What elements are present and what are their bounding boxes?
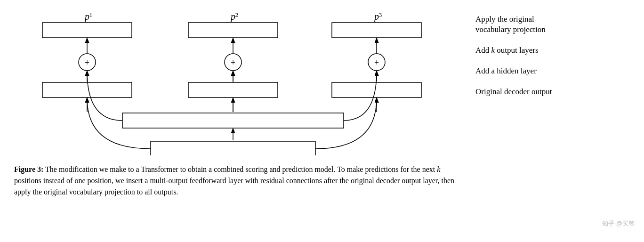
p1-label: p	[84, 11, 89, 22]
legend-item-2: Add k output layers	[475, 45, 630, 56]
p3-top-box	[332, 23, 421, 38]
bottom-box	[151, 141, 315, 155]
svg-text:3: 3	[379, 11, 382, 18]
top-section: .box { fill: white; stroke: black; strok…	[14, 9, 630, 160]
svg-text:+: +	[231, 58, 235, 67]
p3-mid-box	[332, 82, 421, 97]
svg-text:p: p	[373, 11, 379, 22]
p1-top-box	[42, 23, 132, 38]
svg-text:2: 2	[235, 11, 239, 18]
legend-item-1: Apply the originalvocabulary projection	[475, 14, 630, 35]
diagram-svg: .box { fill: white; stroke: black; strok…	[14, 9, 466, 155]
p2-mid-box	[188, 82, 278, 97]
svg-text:+: +	[85, 58, 89, 67]
diagram-area: .box { fill: white; stroke: black; strok…	[14, 9, 466, 155]
wide-mid-box	[122, 113, 344, 128]
legend-item-3: Add a hidden layer	[475, 66, 630, 76]
watermark: 知乎 @买智	[602, 219, 635, 228]
caption-area: Figure 3: The modification we make to a …	[14, 164, 457, 198]
page-container: .box { fill: white; stroke: black; strok…	[0, 0, 644, 242]
caption-text2: positions instead of one position, we in…	[14, 177, 454, 196]
legend-area: Apply the originalvocabulary projection …	[466, 9, 630, 160]
p2-top-box	[188, 23, 278, 38]
svg-text:p: p	[230, 11, 235, 22]
p1-mid-box	[42, 82, 132, 97]
caption-bold: Figure 3:	[14, 165, 43, 173]
caption-text1: The modification we make to a Transforme…	[45, 165, 437, 173]
caption-k: k	[437, 165, 440, 173]
svg-text:1: 1	[89, 11, 93, 18]
legend-item-4: Original decoder output	[475, 87, 630, 97]
svg-text:+: +	[374, 58, 379, 67]
